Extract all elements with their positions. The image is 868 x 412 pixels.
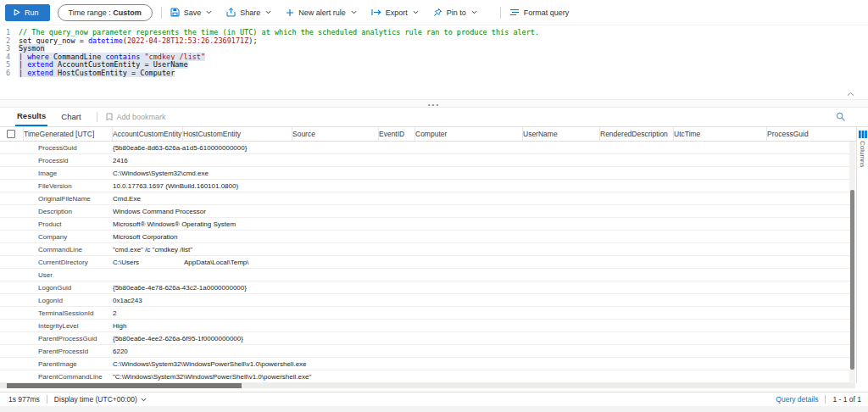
vertical-scrollbar-thumb[interactable] — [850, 190, 854, 370]
column-header[interactable]: Source — [292, 127, 379, 141]
table-row[interactable]: CurrentDirectoryC:\Users AppData\Local\T… — [0, 256, 849, 269]
table-row[interactable]: CompanyMicrosoft Corporation — [0, 231, 849, 243]
display-time-selector[interactable]: Display time (UTC+00:00) — [54, 395, 147, 404]
result-range-label: 1 - 1 of 1 — [832, 395, 861, 404]
status-right: Query details 1 - 1 of 1 — [776, 395, 868, 404]
column-header[interactable]: TimeGenerated [UTC] — [24, 127, 113, 141]
run-button[interactable]: Run — [5, 4, 50, 21]
export-button[interactable]: Export — [371, 8, 419, 17]
row-key: ParentImage — [38, 360, 113, 368]
table-row[interactable]: User — [0, 269, 849, 281]
select-all-checkbox[interactable] — [7, 130, 15, 138]
pin-to-button[interactable]: Pin to — [433, 8, 477, 17]
row-value: C:\Windows\System32\WindowsPowerShell\v1… — [113, 360, 849, 368]
column-header[interactable]: ProcessGuid — [767, 127, 868, 141]
add-bookmark-label: Add bookmark — [117, 113, 166, 121]
row-key: User — [38, 271, 113, 279]
pin-icon — [433, 8, 442, 17]
row-key: FileVersion — [38, 182, 113, 190]
play-icon — [14, 8, 20, 16]
row-key: ProcessId — [38, 157, 113, 164]
results-header-row: TimeGenerated [UTC]AccountCustomEntityHo… — [0, 127, 868, 142]
save-button[interactable]: Save — [170, 8, 213, 17]
row-key: OriginalFileName — [38, 195, 113, 203]
row-key: LogonGuid — [38, 284, 113, 292]
editor-results-splitter[interactable]: ••• — [0, 99, 868, 108]
table-row[interactable]: ImageC:\Windows\System32\cmd.exe — [0, 167, 849, 180]
row-value: Windows Command Processor — [113, 208, 849, 215]
column-header[interactable]: RenderedDescription — [600, 127, 674, 141]
row-value: "C:\Windows\System32\WindowsPowerShell\v… — [113, 373, 849, 381]
status-bar: 1s 977ms Display time (UTC+00:00) Query … — [0, 392, 868, 406]
table-row[interactable]: ParentImageC:\Windows\System32\WindowsPo… — [0, 358, 849, 370]
format-query-icon — [509, 8, 520, 16]
table-row[interactable]: OriginalFileNameCmd.Exe — [0, 192, 849, 205]
chevron-down-icon — [265, 10, 271, 14]
columns-tab-label: Columns — [859, 141, 866, 168]
format-query-button[interactable]: Format query — [509, 8, 570, 17]
table-row[interactable]: LogonGuid{5b80ea6e-4e78-626a-43c2-1a0000… — [0, 281, 849, 294]
row-key: CommandLine — [38, 246, 113, 253]
column-header[interactable]: UtcTime — [674, 127, 767, 141]
column-header[interactable]: UserName — [523, 127, 600, 141]
query-editor[interactable]: 123456 // The query_now parameter repres… — [0, 25, 868, 99]
search-icon[interactable] — [836, 112, 846, 122]
run-button-label: Run — [25, 8, 39, 17]
footer-band — [0, 406, 868, 412]
save-label: Save — [184, 8, 202, 17]
status-divider — [825, 395, 826, 404]
table-row[interactable]: ParentCommandLine"C:\Windows\System32\Wi… — [0, 370, 849, 383]
select-all-cell — [0, 127, 24, 141]
row-value: C:\Users AppData\Local\Temp\ — [113, 259, 849, 266]
query-details-link[interactable]: Query details — [776, 395, 818, 404]
table-row[interactable]: ProductMicrosoft® Windows® Operating Sys… — [0, 218, 849, 231]
horizontal-scrollbar-thumb[interactable] — [7, 383, 242, 388]
horizontal-scrollbar[interactable] — [0, 383, 855, 388]
share-button[interactable]: Share — [226, 8, 271, 17]
new-alert-rule-button[interactable]: New alert rule — [286, 8, 357, 17]
tab-chart[interactable]: Chart — [59, 109, 82, 125]
chevron-down-icon — [413, 10, 419, 14]
table-row[interactable]: FileVersion10.0.17763.1697 (WinBuild.160… — [0, 180, 849, 192]
editor-code[interactable]: // The query_now parameter represents th… — [19, 29, 868, 78]
bookmark-icon — [106, 113, 113, 121]
code-line[interactable]: | extend HostCustomEntity = Computer — [19, 70, 868, 78]
time-range-value: Custom — [113, 8, 142, 17]
row-value: Microsoft Corporation — [113, 233, 849, 241]
table-row[interactable]: DescriptionWindows Command Processor — [0, 205, 849, 218]
toolbar-divider — [500, 7, 501, 19]
table-row[interactable]: LogonId0x1ac243 — [0, 294, 849, 307]
chevron-down-icon — [141, 398, 147, 402]
row-value: 10.0.17763.1697 (WinBuild.160101.0800) — [113, 182, 849, 190]
columns-side-tab[interactable]: Columns — [856, 127, 868, 383]
collapse-editor-icon[interactable] — [847, 92, 854, 97]
table-row[interactable]: ProcessGuid{5b80ea6e-8d63-626a-a1d5-6100… — [0, 142, 849, 154]
row-value: 2416 — [113, 157, 849, 164]
column-header[interactable]: HostCustomEntity — [183, 127, 292, 141]
row-key: Description — [38, 208, 113, 215]
add-bookmark-button[interactable]: Add bookmark — [106, 113, 166, 121]
row-key: LogonId — [38, 297, 113, 304]
log-analytics-query-window: Run Time range : Custom Save Share New a… — [0, 0, 868, 412]
query-toolbar: Run Time range : Custom Save Share New a… — [0, 0, 868, 25]
column-header[interactable]: Computer — [415, 127, 523, 141]
row-key: ParentProcessGuid — [38, 335, 113, 342]
row-key: ProcessGuid — [38, 144, 113, 152]
table-row[interactable]: CommandLine"cmd.exe" /c "cmdkey /list" — [0, 243, 849, 256]
status-left: 1s 977ms Display time (UTC+00:00) — [0, 395, 147, 404]
code-line[interactable]: set query_now = datetime(2022-04-28T12:5… — [19, 37, 868, 46]
time-range-picker[interactable]: Time range : Custom — [58, 4, 153, 21]
row-key: TerminalSessionId — [38, 309, 113, 317]
row-key: IntegrityLevel — [38, 322, 113, 330]
table-row[interactable]: ParentProcessGuid{5b80ea6e-4ee2-626a-6f9… — [0, 332, 849, 345]
column-header[interactable]: AccountCustomEntity — [113, 127, 183, 141]
share-label: Share — [240, 8, 260, 17]
table-row[interactable]: ParentProcessId6220 — [0, 345, 849, 358]
table-row[interactable]: IntegrityLevelHigh — [0, 320, 849, 332]
table-row[interactable]: ProcessId2416 — [0, 154, 849, 167]
column-header[interactable]: EventID — [379, 127, 415, 141]
display-time-label: Display time (UTC+00:00) — [54, 395, 137, 404]
vertical-scrollbar[interactable] — [849, 142, 855, 383]
table-row[interactable]: TerminalSessionId2 — [0, 307, 849, 320]
tab-results[interactable]: Results — [15, 108, 47, 126]
